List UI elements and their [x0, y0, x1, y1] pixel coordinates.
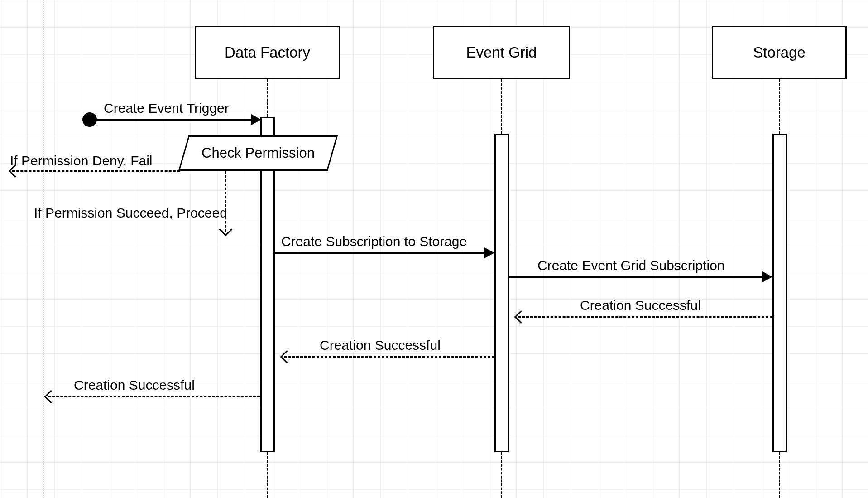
lifeline-data-factory-bottom — [267, 452, 268, 498]
msg-deny-label: If Permission Deny, Fail — [10, 153, 153, 169]
process-check-permission-label: Check Permission — [185, 137, 331, 169]
msg-succeed-label: If Permission Succeed, Proceed — [34, 205, 227, 221]
activation-storage — [772, 134, 787, 452]
start-node — [82, 112, 97, 127]
msg-sub-storage-arrowhead — [484, 247, 494, 258]
msg-create-trigger-arrowhead — [251, 114, 261, 125]
participant-storage: Storage — [712, 26, 847, 79]
lifeline-data-factory-top — [267, 79, 268, 117]
msg-eg-sub-label: Create Event Grid Subscription — [537, 258, 725, 273]
left-ruler — [43, 0, 44, 498]
participant-data-factory: Data Factory — [195, 26, 340, 79]
msg-sub-storage-label: Create Subscription to Storage — [281, 234, 467, 249]
activation-event-grid — [494, 134, 509, 452]
msg-success1-line — [518, 316, 772, 318]
msg-success3-line — [48, 396, 260, 397]
participant-event-grid: Event Grid — [433, 26, 570, 79]
msg-success2-line — [284, 356, 494, 358]
msg-success2-label: Creation Successful — [320, 338, 441, 353]
msg-success3-label: Creation Successful — [74, 377, 195, 393]
msg-eg-sub-line — [509, 276, 763, 278]
process-check-permission: Check Permission — [178, 135, 338, 171]
participant-data-factory-label: Data Factory — [225, 44, 310, 61]
lifeline-storage-top — [779, 79, 780, 134]
lifeline-event-grid-bottom — [501, 452, 502, 498]
msg-success1-label: Creation Successful — [580, 298, 701, 313]
msg-create-trigger-line — [96, 119, 252, 121]
msg-deny-line — [12, 170, 180, 172]
msg-sub-storage-line — [275, 252, 485, 254]
lifeline-event-grid-top — [501, 79, 502, 134]
participant-storage-label: Storage — [753, 44, 806, 61]
msg-eg-sub-arrowhead — [762, 271, 772, 282]
msg-create-trigger-label: Create Event Trigger — [104, 101, 229, 116]
participant-event-grid-label: Event Grid — [466, 44, 537, 61]
lifeline-storage-bottom — [779, 452, 780, 498]
